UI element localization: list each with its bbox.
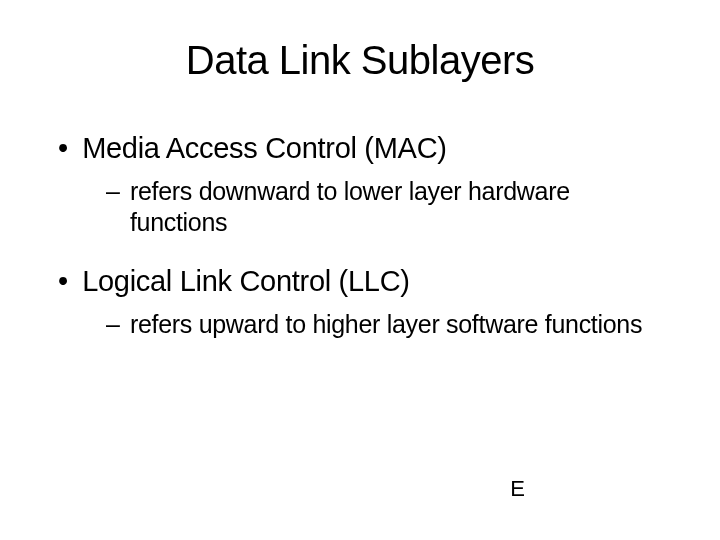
bullet-marker: • xyxy=(58,264,68,299)
footer-mark: E xyxy=(510,476,525,502)
dash-marker: – xyxy=(106,309,120,340)
slide-content: • Media Access Control (MAC) – refers do… xyxy=(0,131,720,340)
dash-marker: – xyxy=(106,176,120,207)
sub-bullet-text: refers upward to higher layer software f… xyxy=(130,309,642,340)
bullet-item: • Logical Link Control (LLC) xyxy=(58,264,670,299)
bullet-item: • Media Access Control (MAC) xyxy=(58,131,670,166)
sub-bullet-item: – refers downward to lower layer hardwar… xyxy=(58,176,670,239)
bullet-marker: • xyxy=(58,131,68,166)
sub-bullet-item: – refers upward to higher layer software… xyxy=(58,309,670,340)
bullet-text: Media Access Control (MAC) xyxy=(82,131,446,166)
sub-bullet-text: refers downward to lower layer hardware … xyxy=(130,176,670,239)
bullet-text: Logical Link Control (LLC) xyxy=(82,264,409,299)
slide-title: Data Link Sublayers xyxy=(0,38,720,83)
